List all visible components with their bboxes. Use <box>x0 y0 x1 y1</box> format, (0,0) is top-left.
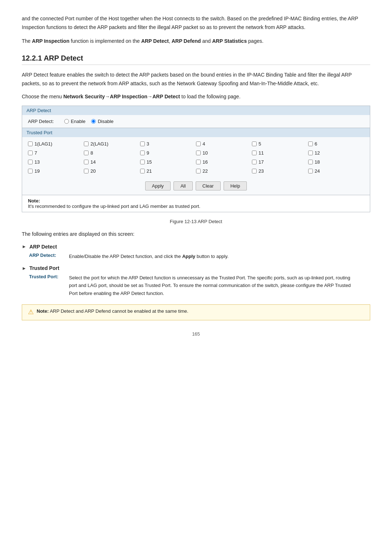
port-item-p5[interactable]: 5 <box>252 140 308 148</box>
all-button[interactable]: All <box>173 181 192 190</box>
port-item-p22[interactable]: 22 <box>196 167 252 175</box>
port-label-p22: 22 <box>203 168 208 174</box>
port-label-p24: 24 <box>315 168 320 174</box>
figure-caption: Figure 12-13 ARP Detect <box>22 219 370 224</box>
port-checkbox-p3[interactable] <box>140 141 145 146</box>
port-checkbox-p18[interactable] <box>308 160 313 164</box>
enable-option[interactable]: Enable <box>64 119 85 124</box>
desc-trusted-port-term: Trusted Port: <box>22 274 69 297</box>
port-checkbox-p1[interactable] <box>28 141 33 146</box>
clear-button[interactable]: Clear <box>196 181 221 190</box>
port-item-p8[interactable]: 8 <box>84 149 140 157</box>
bottom-note-text: Note: ARP Detect and ARP Defend cannot b… <box>37 308 188 314</box>
port-checkbox-p13[interactable] <box>28 160 33 164</box>
following-text: The following entries are displayed on t… <box>22 230 370 239</box>
port-item-p19[interactable]: 19 <box>28 167 84 175</box>
port-checkbox-p17[interactable] <box>252 160 257 164</box>
desc-arp-detect-def-end: button to apply. <box>195 254 229 259</box>
desc-trusted-port-heading: ► Trusted Port <box>22 265 370 271</box>
menu-path: Choose the menu Network Security→ARP Ins… <box>22 93 370 101</box>
port-checkbox-p2[interactable] <box>84 141 89 146</box>
arp-detect-row: ARP Detect: Enable Disable <box>22 115 370 128</box>
port-label-p14: 14 <box>90 159 95 165</box>
port-checkbox-p9[interactable] <box>140 151 145 155</box>
port-label-p1: 1(LAG1) <box>34 141 52 147</box>
port-item-p6[interactable]: 6 <box>308 140 364 148</box>
port-item-p24[interactable]: 24 <box>308 167 364 175</box>
arrow-icon: ► <box>22 244 26 249</box>
panel-note-bold: Note: <box>28 198 40 204</box>
port-checkbox-p19[interactable] <box>28 169 33 173</box>
desc-trusted-port-row: Trusted Port: Select the port for which … <box>22 274 370 297</box>
disable-radio[interactable] <box>91 119 96 124</box>
port-item-p2[interactable]: 2(LAG1) <box>84 140 140 148</box>
disable-label: Disable <box>98 119 113 124</box>
port-item-p20[interactable]: 20 <box>84 167 140 175</box>
port-item-p9[interactable]: 9 <box>140 149 196 157</box>
port-checkbox-p4[interactable] <box>196 141 201 146</box>
port-checkbox-p5[interactable] <box>252 141 257 146</box>
port-item-p11[interactable]: 11 <box>252 149 308 157</box>
port-label-p19: 19 <box>34 168 40 174</box>
port-checkbox-p14[interactable] <box>84 160 89 164</box>
menu-path-plain: Choose the menu <box>22 94 63 99</box>
desc-trusted-port-heading-label: Trusted Port <box>29 265 59 271</box>
page-number: 165 <box>22 331 370 337</box>
port-item-p1[interactable]: 1(LAG1) <box>28 140 84 148</box>
port-checkbox-p15[interactable] <box>140 160 145 164</box>
port-label-p8: 8 <box>90 150 93 156</box>
port-grid: 1(LAG1)2(LAG1)34567891011121314151617181… <box>22 137 370 178</box>
port-label-p4: 4 <box>203 141 205 147</box>
port-checkbox-p6[interactable] <box>308 141 313 146</box>
port-label-p6: 6 <box>315 141 317 147</box>
port-checkbox-p20[interactable] <box>84 169 89 173</box>
intro-p2-end: pages. <box>247 38 264 44</box>
intro-p2-plain: The <box>22 38 32 44</box>
port-checkbox-p10[interactable] <box>196 151 201 155</box>
port-item-p23[interactable]: 23 <box>252 167 308 175</box>
port-item-p4[interactable]: 4 <box>196 140 252 148</box>
port-checkbox-p12[interactable] <box>308 151 313 155</box>
help-button[interactable]: Help <box>224 181 247 190</box>
port-checkbox-p7[interactable] <box>28 151 33 155</box>
intro-paragraph2: The ARP Inspection function is implement… <box>22 37 370 46</box>
port-checkbox-p23[interactable] <box>252 169 257 173</box>
port-checkbox-p8[interactable] <box>84 151 89 155</box>
panel-note-text: It's recommended to configure the up-lin… <box>28 204 200 209</box>
port-label-p16: 16 <box>203 159 208 165</box>
trusted-port-section-header: Trusted Port <box>22 128 370 137</box>
panel-note: Note: It's recommended to configure the … <box>22 195 370 212</box>
port-label-p5: 5 <box>258 141 261 147</box>
port-checkbox-p11[interactable] <box>252 151 257 155</box>
intro-p2-bold2: ARP Detect <box>141 38 169 44</box>
port-label-p23: 23 <box>258 168 264 174</box>
port-item-p12[interactable]: 12 <box>308 149 364 157</box>
intro-p2-bold3: ARP Defend <box>172 38 201 44</box>
port-checkbox-p24[interactable] <box>308 169 313 173</box>
port-item-p14[interactable]: 14 <box>84 158 140 166</box>
section-body1: ARP Detect feature enables the switch to… <box>22 71 370 88</box>
menu-path-end: to load the following page. <box>180 94 241 99</box>
port-item-p18[interactable]: 18 <box>308 158 364 166</box>
port-item-p15[interactable]: 15 <box>140 158 196 166</box>
apply-button[interactable]: Apply <box>145 181 171 190</box>
port-item-p16[interactable]: 16 <box>196 158 252 166</box>
port-checkbox-p21[interactable] <box>140 169 145 173</box>
port-item-p3[interactable]: 3 <box>140 140 196 148</box>
port-item-p21[interactable]: 21 <box>140 167 196 175</box>
desc-arp-detect-term: ARP Detect: <box>22 253 69 260</box>
port-item-p7[interactable]: 7 <box>28 149 84 157</box>
port-item-p17[interactable]: 17 <box>252 158 308 166</box>
port-checkbox-p22[interactable] <box>196 169 201 173</box>
port-item-p10[interactable]: 10 <box>196 149 252 157</box>
port-item-p13[interactable]: 13 <box>28 158 84 166</box>
port-checkbox-p16[interactable] <box>196 160 201 164</box>
port-label-p3: 3 <box>147 141 149 147</box>
intro-p2-bold4: ARP Statistics <box>212 38 246 44</box>
intro-paragraph1: and the connected Port number of the Hos… <box>22 15 370 32</box>
port-label-p20: 20 <box>90 168 95 174</box>
menu-path-bold: Network Security→ARP Inspection→ARP Dete… <box>63 94 180 99</box>
disable-option[interactable]: Disable <box>91 119 113 124</box>
enable-radio[interactable] <box>64 119 69 124</box>
bottom-note-label: Note: <box>37 308 49 314</box>
